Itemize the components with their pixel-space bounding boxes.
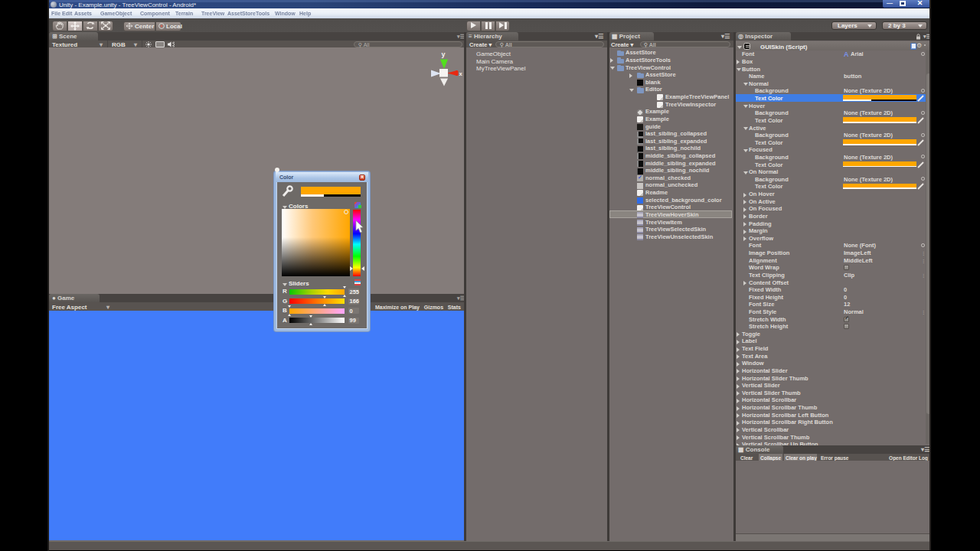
svg-text:x: x — [459, 70, 463, 77]
svg-text:y: y — [442, 51, 446, 58]
